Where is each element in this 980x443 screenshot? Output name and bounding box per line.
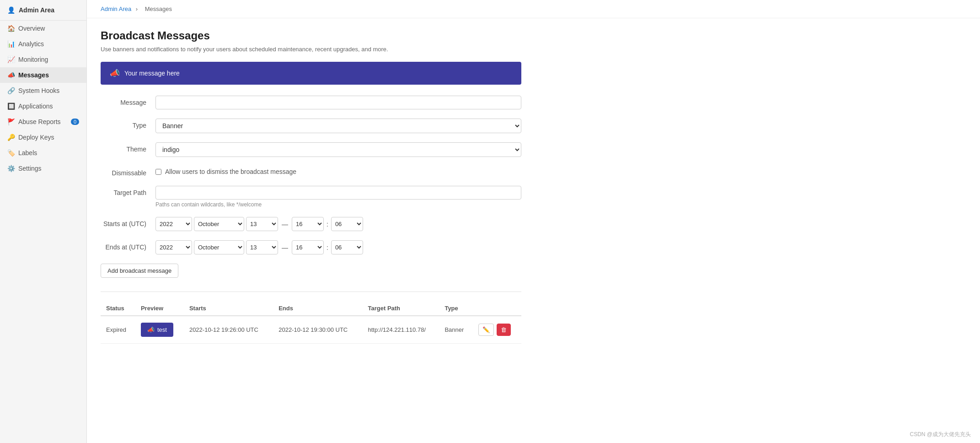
applications-icon: 🔲 (7, 103, 15, 110)
message-input[interactable] (155, 96, 521, 109)
sidebar-label-deploy-keys: Deploy Keys (18, 134, 54, 141)
form-row-target-path: Target Path Paths can contain wildcards,… (101, 186, 521, 208)
action-buttons: ✏️ 🗑 (478, 324, 516, 336)
dismissable-checkbox[interactable] (155, 169, 161, 175)
messages-icon: 📣 (7, 71, 15, 79)
banner-preview-text: Your message here (124, 70, 180, 77)
sidebar-label-labels: Labels (18, 149, 37, 157)
ends-dash: — (282, 244, 288, 251)
sidebar-label-system-hooks: System Hooks (18, 87, 59, 94)
starts-year-select[interactable]: 2022 2023 (155, 217, 192, 231)
theme-select[interactable]: indigo blue red green yellow (155, 142, 521, 157)
sidebar-item-settings[interactable]: ⚙️ Settings (0, 161, 86, 176)
row-starts: 2022-10-12 19:26:00 UTC (184, 316, 273, 344)
sidebar-item-messages[interactable]: 📣 Messages (0, 67, 86, 83)
message-label: Message (101, 96, 146, 106)
form-row-starts-at: Starts at (UTC) 2022 2023 January Februa… (101, 217, 521, 231)
target-path-hint: Paths can contain wildcards, like */welc… (155, 201, 521, 208)
col-actions (473, 301, 521, 316)
form-row-theme: Theme indigo blue red green yellow (101, 142, 521, 157)
watermark: CSDN @成为大佬先充头 (910, 431, 971, 438)
table-row: Expired 📣 test 2022-10-12 19:26:00 UTC 2… (101, 316, 521, 344)
starts-at-date-row: 2022 2023 January February March April M… (155, 217, 521, 231)
dismissable-checkbox-label: Allow users to dismiss the broadcast mes… (155, 166, 521, 175)
abuse-reports-icon: 🚩 (7, 118, 15, 125)
sidebar-header: 👤 Admin Area (0, 0, 86, 21)
form-row-type: Type Banner Notification (101, 119, 521, 133)
edit-button[interactable]: ✏️ (478, 324, 494, 336)
admin-area-icon: 👤 (7, 6, 15, 14)
table-header: Status Preview Starts Ends Target Path T… (101, 301, 521, 316)
theme-control: indigo blue red green yellow (155, 142, 521, 157)
row-actions: ✏️ 🗑 (473, 316, 521, 344)
col-ends: Ends (273, 301, 362, 316)
ends-hour-select[interactable]: 16 (292, 240, 324, 254)
sidebar-item-applications[interactable]: 🔲 Applications (0, 98, 86, 114)
col-target-path: Target Path (363, 301, 439, 316)
row-preview-banner: 📣 test (141, 323, 173, 337)
sidebar-item-monitoring[interactable]: 📈 Monitoring (0, 52, 86, 67)
starts-dash: — (282, 221, 288, 228)
target-path-control: Paths can contain wildcards, like */welc… (155, 186, 521, 208)
form-row-message: Message (101, 96, 521, 109)
system-hooks-icon: 🔗 (7, 87, 15, 94)
col-preview: Preview (135, 301, 184, 316)
ends-year-select[interactable]: 2022 2023 (155, 240, 192, 254)
sidebar-item-labels[interactable]: 🏷️ Labels (0, 145, 86, 161)
form-row-ends-at: Ends at (UTC) 2022 2023 January February… (101, 240, 521, 254)
sidebar: 👤 Admin Area 🏠 Overview 📊 Analytics 📈 Mo… (0, 0, 87, 443)
starts-month-select[interactable]: January February March April May June Ju… (194, 217, 244, 231)
settings-icon: ⚙️ (7, 165, 15, 172)
sidebar-item-abuse-reports[interactable]: 🚩 Abuse Reports 0 (0, 114, 86, 130)
table-body: Expired 📣 test 2022-10-12 19:26:00 UTC 2… (101, 316, 521, 344)
form-row-dismissable: Dismissable Allow users to dismiss the b… (101, 166, 521, 177)
monitoring-icon: 📈 (7, 56, 15, 63)
sidebar-header-title: Admin Area (19, 6, 54, 14)
ends-day-select[interactable]: 13 (246, 240, 278, 254)
labels-icon: 🏷️ (7, 149, 15, 157)
starts-at-control: 2022 2023 January February March April M… (155, 217, 521, 231)
sidebar-item-deploy-keys[interactable]: 🔑 Deploy Keys (0, 130, 86, 145)
row-type: Banner (439, 316, 473, 344)
abuse-reports-badge: 0 (71, 119, 79, 125)
analytics-icon: 📊 (7, 40, 15, 48)
theme-label: Theme (101, 142, 146, 153)
overview-icon: 🏠 (7, 25, 15, 32)
ends-at-control: 2022 2023 January February March April M… (155, 240, 521, 254)
col-type: Type (439, 301, 473, 316)
ends-at-label: Ends at (UTC) (101, 240, 146, 251)
page-title: Broadcast Messages (101, 29, 521, 42)
ends-minute-select[interactable]: 06 (331, 240, 363, 254)
ends-month-select[interactable]: January February March April May June Ju… (194, 240, 244, 254)
target-path-input[interactable] (155, 186, 521, 200)
sidebar-label-overview: Overview (18, 25, 45, 32)
breadcrumb-current: Messages (145, 5, 172, 12)
banner-preview: 📣 Your message here (101, 62, 521, 85)
broadcast-form: Message Type Banner Notification Theme (101, 96, 521, 292)
sidebar-item-system-hooks[interactable]: 🔗 System Hooks (0, 83, 86, 98)
sidebar-label-analytics: Analytics (18, 40, 44, 48)
type-label: Type (101, 119, 146, 129)
sidebar-label-messages: Messages (18, 71, 49, 79)
delete-button[interactable]: 🗑 (497, 324, 511, 336)
main-content: Admin Area › Messages Broadcast Messages… (87, 0, 980, 443)
sidebar-label-monitoring: Monitoring (18, 56, 48, 63)
row-preview: 📣 test (135, 316, 184, 344)
row-preview-megaphone-icon: 📣 (147, 326, 155, 333)
sidebar-item-overview[interactable]: 🏠 Overview (0, 21, 86, 36)
sidebar-item-analytics[interactable]: 📊 Analytics (0, 36, 86, 52)
col-starts: Starts (184, 301, 273, 316)
starts-day-select[interactable]: 13 (246, 217, 278, 231)
breadcrumb-admin-area[interactable]: Admin Area (101, 5, 131, 12)
message-control (155, 96, 521, 109)
row-ends: 2022-10-12 19:30:00 UTC (273, 316, 362, 344)
sidebar-label-applications: Applications (18, 103, 53, 110)
row-status: Expired (101, 316, 135, 344)
ends-at-date-row: 2022 2023 January February March April M… (155, 240, 521, 254)
breadcrumb: Admin Area › Messages (87, 0, 980, 18)
starts-hour-select[interactable]: 16 (292, 217, 324, 231)
type-select[interactable]: Banner Notification (155, 119, 521, 133)
table-header-row: Status Preview Starts Ends Target Path T… (101, 301, 521, 316)
add-broadcast-button[interactable]: Add broadcast message (101, 264, 178, 278)
starts-minute-select[interactable]: 06 (331, 217, 363, 231)
